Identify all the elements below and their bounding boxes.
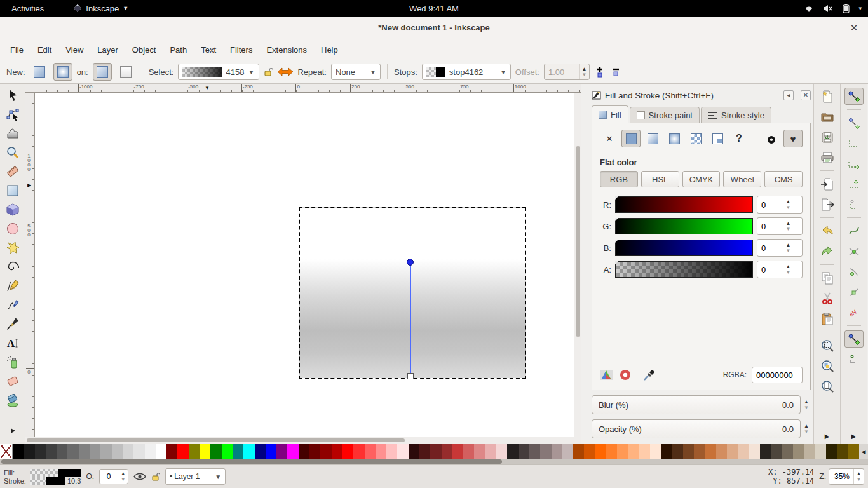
rectangle-tool-icon[interactable] xyxy=(3,182,23,200)
fill-rule-nonzero-button[interactable]: ♥ xyxy=(783,130,803,147)
gradient-on-stroke-button[interactable] xyxy=(116,63,135,81)
palette-swatch[interactable] xyxy=(243,444,254,459)
volume-muted-icon[interactable] xyxy=(823,4,834,13)
battery-icon[interactable] xyxy=(843,4,850,13)
menu-text[interactable]: Text xyxy=(194,42,222,58)
palette-swatch[interactable] xyxy=(650,444,661,459)
tweak-tool-icon[interactable] xyxy=(3,125,23,142)
opacity-spin-arrows[interactable]: ▲▼ xyxy=(802,419,811,438)
app-menu[interactable]: Inkscape ▼ xyxy=(73,4,128,13)
no-paint-button[interactable]: ✕ xyxy=(600,130,619,147)
selector-tool-icon[interactable] xyxy=(3,86,23,104)
linear-gradient-button[interactable] xyxy=(643,130,662,147)
wifi-icon[interactable] xyxy=(804,4,814,13)
activities-button[interactable]: Activities xyxy=(6,4,49,13)
palette-swatch[interactable] xyxy=(540,444,551,459)
fill-color-chip[interactable] xyxy=(30,469,81,477)
gradient-end-handle[interactable] xyxy=(407,373,414,379)
import-icon[interactable] xyxy=(818,175,837,193)
color-managed-icon[interactable] xyxy=(600,369,614,381)
calligraphy-tool-icon[interactable] xyxy=(3,315,23,333)
palette-swatch[interactable] xyxy=(617,444,628,459)
current-layer-dropdown[interactable]: • Layer 1 ▼ xyxy=(165,468,226,485)
clock[interactable]: Wed 9:41 AM xyxy=(0,4,868,13)
mode-cms[interactable]: CMS xyxy=(764,171,803,187)
zoom-input[interactable] xyxy=(829,472,853,481)
red-spinbox[interactable]: ▲▼ xyxy=(757,196,803,214)
blur-spin-arrows[interactable]: ▲▼ xyxy=(802,395,811,414)
object-opacity-spinbox[interactable]: ▲▼ xyxy=(99,469,128,484)
out-of-gamut-icon[interactable] xyxy=(619,369,632,381)
palette-swatch[interactable] xyxy=(332,444,342,459)
horizontal-scrollbar[interactable] xyxy=(25,437,581,444)
rgba-input[interactable] xyxy=(752,367,803,383)
palette-swatch[interactable] xyxy=(255,444,266,459)
unknown-paint-button[interactable]: ? xyxy=(729,130,749,147)
zoom-page-icon[interactable] xyxy=(818,377,837,395)
palette-swatch[interactable] xyxy=(13,444,24,459)
fill-stroke-indicator[interactable]: Fill: Stroke: 10.3 xyxy=(4,469,81,485)
palette-swatch[interactable] xyxy=(442,444,452,459)
blue-slider[interactable] xyxy=(615,240,753,256)
snap-enable-icon[interactable] xyxy=(844,88,864,105)
snap-paths-icon[interactable] xyxy=(844,222,864,240)
palette-swatch[interactable] xyxy=(826,444,837,459)
palette-swatch[interactable] xyxy=(309,444,320,459)
palette-swatch[interactable] xyxy=(24,444,34,459)
palette-swatch[interactable] xyxy=(79,444,90,459)
menu-path[interactable]: Path xyxy=(163,42,193,58)
palette-swatch[interactable] xyxy=(815,444,826,459)
palette-swatch[interactable] xyxy=(848,444,859,459)
mode-wheel[interactable]: Wheel xyxy=(723,171,761,187)
pencil-tool-icon[interactable] xyxy=(3,277,23,295)
window-close-button[interactable]: ✕ xyxy=(848,22,860,34)
palette-swatch[interactable] xyxy=(299,444,309,459)
pick-color-eyedropper-icon[interactable] xyxy=(643,369,657,381)
palette-swatch[interactable] xyxy=(463,444,474,459)
menu-view[interactable]: View xyxy=(59,42,90,58)
palette-swatch[interactable] xyxy=(67,444,78,459)
zoom-spinbox[interactable]: ▲▼ xyxy=(829,468,864,485)
radial-gradient-button[interactable] xyxy=(665,130,684,147)
new-linear-gradient-button[interactable] xyxy=(30,63,49,81)
mode-cmyk[interactable]: CMYK xyxy=(682,171,721,187)
palette-swatch[interactable] xyxy=(112,444,123,459)
palette-swatch[interactable] xyxy=(342,444,353,459)
spray-tool-icon[interactable] xyxy=(3,353,23,371)
menu-edit[interactable]: Edit xyxy=(31,42,58,58)
palette-swatch[interactable] xyxy=(365,444,376,459)
menu-object[interactable]: Object xyxy=(126,42,163,58)
palette-swatch[interactable] xyxy=(57,444,67,459)
alpha-value-input[interactable] xyxy=(757,265,783,274)
horizontal-scrollbar-thumb[interactable] xyxy=(27,438,405,442)
palette-swatch[interactable] xyxy=(519,444,529,459)
window-title-bar[interactable]: *New document 1 - Inkscape ✕ xyxy=(0,17,868,39)
redo-icon[interactable] xyxy=(818,243,837,260)
zoom-selection-icon[interactable] xyxy=(818,337,837,354)
palette-swatch[interactable] xyxy=(771,444,782,459)
canvas[interactable] xyxy=(35,93,574,437)
palette-swatch[interactable] xyxy=(552,444,562,459)
menu-filters[interactable]: Filters xyxy=(224,42,259,58)
palette-swatch[interactable] xyxy=(276,444,287,459)
palette-swatch[interactable] xyxy=(694,444,705,459)
palette-swatch[interactable] xyxy=(584,444,595,459)
palette-swatch[interactable] xyxy=(606,444,617,459)
mode-rgb[interactable]: RGB xyxy=(600,171,638,187)
palette-swatch[interactable] xyxy=(628,444,639,459)
system-menu-caret-icon[interactable]: ▾ xyxy=(858,5,862,11)
stroke-color-chip[interactable] xyxy=(30,477,65,485)
eraser-tool-icon[interactable] xyxy=(3,372,23,390)
palette-swatch[interactable] xyxy=(727,444,738,459)
palette-swatch[interactable] xyxy=(133,444,144,459)
tab-fill[interactable]: Fill xyxy=(592,105,628,123)
new-document-icon[interactable] xyxy=(818,88,837,105)
vertical-scrollbar-thumb[interactable] xyxy=(576,146,580,337)
menu-help[interactable]: Help xyxy=(315,42,344,58)
palette-swatch[interactable] xyxy=(90,444,100,459)
pattern-button[interactable] xyxy=(686,130,705,147)
palette-swatch[interactable] xyxy=(562,444,573,459)
palette-swatch[interactable] xyxy=(716,444,727,459)
palette-swatch[interactable] xyxy=(661,444,672,459)
palette-swatch[interactable] xyxy=(353,444,364,459)
